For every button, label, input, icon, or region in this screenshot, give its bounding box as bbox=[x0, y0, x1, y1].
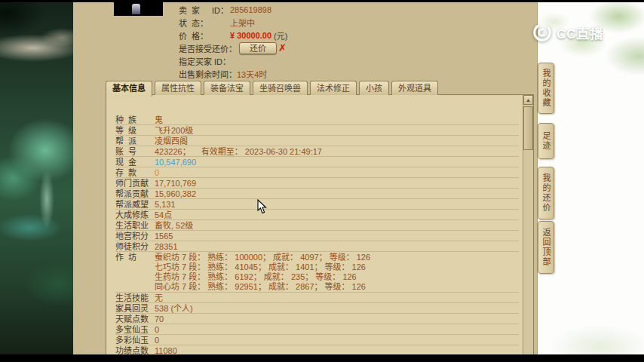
time-left-row: 出售剩余时间： 13天4时 bbox=[179, 68, 511, 79]
attribute-label: 账 号 bbox=[115, 147, 155, 156]
listing-panel: 卖 家 ID： 285619898 状 态： 上架中 价 格： ¥ 30000.… bbox=[73, 2, 538, 354]
side-nav-my-favorites[interactable]: 我的收藏 bbox=[538, 63, 554, 114]
attribute-value: 70 bbox=[155, 314, 164, 324]
attribute-label: 多宝仙玉 bbox=[115, 325, 155, 334]
attribute-row: 多彩仙玉0 bbox=[115, 335, 519, 345]
tab-attributes-resistance[interactable]: 属性抗性 bbox=[155, 81, 201, 95]
scroll-up-button[interactable]: ▲ bbox=[523, 95, 533, 105]
attribute-label: 帮派贡献 bbox=[115, 189, 155, 198]
character-sprite-icon bbox=[132, 4, 140, 14]
tab-bar: 基本信息属性抗性装备法宝坐骑召唤兽法术修正小孩外观道具 bbox=[106, 81, 438, 97]
attribute-value: 423226； bbox=[155, 147, 191, 156]
attribute-label: 大成修炼 bbox=[115, 210, 155, 219]
accept-counter-label: 是否接受还价： bbox=[179, 42, 237, 54]
tab-mount-summon[interactable]: 坐骑召唤兽 bbox=[253, 81, 308, 95]
price-unit: (元) bbox=[274, 29, 287, 41]
watermark-text: CC直播 bbox=[557, 23, 604, 42]
attribute-row: 天赋点数70 bbox=[115, 314, 519, 324]
attribute-label: 多彩仙玉 bbox=[115, 336, 155, 345]
attribute-row: 家具回灵538 (个人) bbox=[115, 303, 519, 314]
tab-appearance-items[interactable]: 外观道具 bbox=[391, 81, 438, 95]
buyer-id-label: 指定买家 ID： bbox=[179, 55, 231, 67]
item-thumbnail[interactable] bbox=[114, 2, 163, 16]
counter-offer-row: 是否接受还价： 还价 ✗ bbox=[179, 42, 511, 54]
attribute-row: 多宝仙玉0 bbox=[115, 324, 519, 335]
workshop-line: 蚕织坊 7 段： 熟练： 100000； 成就： 4097； 等级： 126 bbox=[155, 253, 519, 262]
attribute-value: 15,960,382 bbox=[155, 189, 196, 198]
cc-logo-icon bbox=[532, 22, 553, 43]
counter-offer-button[interactable]: 还价 bbox=[239, 42, 277, 54]
side-nav-my-counter-offers[interactable]: 我的还价 bbox=[538, 167, 554, 219]
attribute-row: 师门贡献17,710,769 bbox=[115, 178, 519, 189]
scrollbar-thumb[interactable] bbox=[523, 106, 533, 150]
letterbox-top bbox=[0, 0, 644, 2]
scrollbar[interactable]: ▲ bbox=[523, 95, 533, 354]
attribute-value: 1565 bbox=[155, 232, 173, 241]
status-value: 上架中 bbox=[230, 17, 255, 29]
tab-basic-info[interactable]: 基本信息 bbox=[106, 81, 152, 97]
workshop-line: 七巧坊 7 段： 熟练： 41045； 成就： 1401； 等级： 126 bbox=[155, 262, 519, 272]
attribute-value: 0 bbox=[155, 325, 159, 334]
attribute-value: 17,710,769 bbox=[155, 179, 196, 188]
attribute-rows: 种 族鬼等 级飞升200级帮 派凌烟西阁账 号423226；有效期至： 2023… bbox=[115, 115, 519, 354]
attribute-row: 作 坊蚕织坊 7 段： 熟练： 100000； 成就： 4097； 等级： 12… bbox=[115, 252, 519, 293]
attribute-value: 凌烟西阁 bbox=[155, 137, 188, 146]
seller-row: 卖 家 ID： 285619898 bbox=[179, 4, 511, 15]
seller-id-label: ID： bbox=[212, 4, 230, 16]
attribute-value: 11080 bbox=[155, 346, 177, 354]
attribute-label: 现 金 bbox=[115, 158, 155, 167]
character-details-panel: 种 族鬼等 级飞升200级帮 派凌烟西阁账 号423226；有效期至： 2023… bbox=[106, 94, 534, 354]
attribute-label: 种 族 bbox=[115, 115, 155, 124]
marketplace-page: 卖 家 ID： 285619898 状 态： 上架中 价 格： ¥ 30000.… bbox=[0, 2, 644, 354]
game-background-art bbox=[0, 2, 73, 354]
attribute-row: 生活职业畜牧, 52级 bbox=[115, 220, 519, 231]
attribute-label: 等 级 bbox=[115, 126, 155, 135]
attribute-value: 54点 bbox=[155, 210, 172, 219]
attribute-row: 账 号423226；有效期至： 2023-06-30 21:49:17 bbox=[115, 146, 519, 157]
time-left-label: 出售剩余时间： bbox=[179, 68, 237, 80]
attribute-row: 帮派威望5,131 bbox=[115, 199, 519, 210]
attribute-row: 师徒积分28351 bbox=[115, 241, 519, 252]
attribute-value: 538 (个人) bbox=[155, 304, 193, 313]
attribute-value: 10,547,690 bbox=[155, 158, 196, 167]
attribute-row: 存 款0 bbox=[115, 167, 519, 178]
cc-live-watermark: CC直播 bbox=[532, 22, 604, 43]
attribute-label: 家具回灵 bbox=[115, 304, 155, 313]
attribute-label: 地宫积分 bbox=[115, 232, 155, 241]
workshop-line: 同心坊 7 段： 熟练： 92951； 成就： 2867； 等级： 126 bbox=[155, 282, 519, 292]
letterbox-bottom bbox=[0, 354, 644, 362]
attribute-value: 28351 bbox=[155, 242, 178, 251]
attribute-row: 现 金10,547,690 bbox=[115, 157, 519, 167]
attribute-label: 天赋点数 bbox=[115, 314, 155, 324]
attribute-label: 帮派威望 bbox=[115, 200, 155, 209]
attribute-row: 功绩点数11080 bbox=[115, 345, 519, 354]
workshop-lines: 蚕织坊 7 段： 熟练： 100000； 成就： 4097； 等级： 126七巧… bbox=[155, 253, 519, 292]
attribute-label: 作 坊 bbox=[115, 253, 155, 262]
tab-spell-correction[interactable]: 法术修正 bbox=[310, 81, 357, 95]
attribute-label: 帮 派 bbox=[115, 137, 155, 146]
side-nav-footprints[interactable]: 足迹 bbox=[538, 123, 554, 159]
attribute-value: 无 bbox=[155, 293, 163, 302]
screen: 卖 家 ID： 285619898 状 态： 上架中 价 格： ¥ 30000.… bbox=[0, 0, 644, 362]
attribute-value: 0 bbox=[155, 336, 159, 345]
attribute-label: 师徒积分 bbox=[115, 242, 155, 251]
attribute-label: 存 款 bbox=[115, 168, 155, 177]
status-row: 状 态： 上架中 bbox=[179, 17, 511, 28]
attribute-row: 大成修炼54点 bbox=[115, 210, 519, 220]
attribute-row: 地宫积分1565 bbox=[115, 231, 519, 241]
status-label: 状 态： bbox=[179, 17, 230, 29]
attribute-value: 0 bbox=[155, 168, 159, 177]
side-nav-back-to-top[interactable]: 返回顶部 bbox=[538, 221, 554, 274]
attribute-row: 种 族鬼 bbox=[115, 115, 519, 125]
buyer-row: 指定买家 ID： bbox=[179, 55, 511, 66]
tab-child[interactable]: 小孩 bbox=[359, 81, 389, 95]
price-label: 价 格： bbox=[179, 29, 230, 41]
attribute-label: 生活技能 bbox=[115, 293, 155, 302]
attribute-row: 等 级飞升200级 bbox=[115, 125, 519, 136]
attribute-value: 畜牧, 52级 bbox=[155, 221, 193, 230]
attribute-row: 生活技能无 bbox=[115, 293, 519, 303]
tab-equipment-treasure[interactable]: 装备法宝 bbox=[204, 81, 250, 95]
seller-label: 卖 家 bbox=[179, 4, 212, 16]
attribute-label: 师门贡献 bbox=[115, 179, 155, 188]
attribute-value: 飞升200级 bbox=[155, 126, 193, 135]
